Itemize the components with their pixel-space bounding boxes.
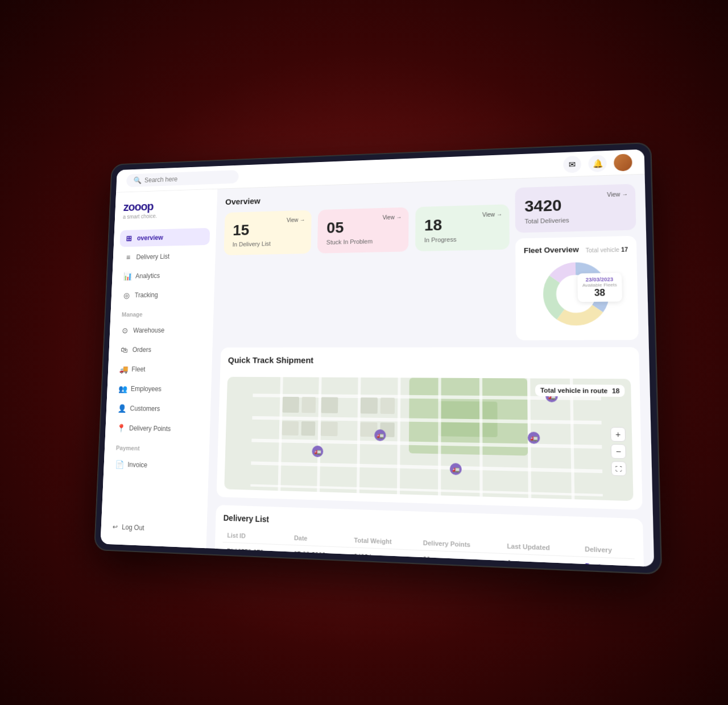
sidebar: zooop a smart choice. ⊞ overview ≡ Deliv… <box>101 189 218 548</box>
sidebar-item-delivery-points-label: Delivery Points <box>129 424 171 433</box>
view-delivery-list-btn[interactable]: View → <box>287 217 305 223</box>
cell-action[interactable]: Route <box>580 557 635 567</box>
logout-button[interactable]: ↩ Log Out <box>107 518 200 538</box>
stat-label-delivery: In Delivery List <box>233 239 303 247</box>
cell-id: DL12558-873 <box>222 542 289 562</box>
svg-rect-28 <box>380 397 395 414</box>
fleet-icon: 🚚 <box>119 365 128 374</box>
stat-card-delivery-list: View → 15 In Delivery List <box>224 210 312 256</box>
cell-date: 07-03-2023 <box>289 562 349 567</box>
sidebar-item-overview[interactable]: ⊞ overview <box>119 228 210 247</box>
logout-label: Log Out <box>122 523 144 532</box>
total-vehicle-count: 17 <box>621 246 628 252</box>
fleet-title: Fleet Overview <box>524 245 579 255</box>
delivery-points-icon: 📍 <box>117 424 125 433</box>
sidebar-item-orders-label: Orders <box>133 346 152 354</box>
sidebar-item-employees[interactable]: 👥 Employees <box>113 380 205 398</box>
sidebar-item-employees-label: Employees <box>131 385 162 393</box>
main-content: Overview View → 15 In Delivery List View… <box>206 175 654 567</box>
view-stuck-btn[interactable]: View → <box>383 214 402 221</box>
sidebar-item-invoice[interactable]: 📄 Invoice <box>110 455 202 475</box>
sidebar-item-overview-label: overview <box>137 234 163 242</box>
overview-title: Overview <box>225 188 509 206</box>
svg-rect-21 <box>282 397 299 413</box>
svg-rect-22 <box>301 397 316 413</box>
logout-icon: ↩ <box>113 523 118 531</box>
total-deliveries-card: View → 3420 Total Deliveries <box>515 184 636 233</box>
customers-icon: 👤 <box>118 404 126 413</box>
sidebar-item-delivery-points[interactable]: 📍 Delivery Points <box>111 419 204 438</box>
svg-text:🚛: 🚛 <box>377 432 384 439</box>
user-avatar[interactable] <box>614 154 632 171</box>
topbar-icons: ✉ 🔔 <box>563 154 632 173</box>
map-controls: + − ⛶ <box>610 427 626 476</box>
tracking-icon: ◎ <box>122 291 131 300</box>
svg-rect-23 <box>321 397 338 413</box>
payment-section-label: Payment <box>110 439 203 455</box>
total-deliveries-label: Total Deliveries <box>524 215 626 225</box>
zoom-out-btn[interactable]: − <box>611 444 626 459</box>
cell-id: DL12558-813 <box>222 559 289 567</box>
search-icon: 🔍 <box>133 176 142 184</box>
sidebar-item-customers-label: Customers <box>130 405 160 413</box>
orders-icon: 🛍 <box>120 346 129 354</box>
route-link[interactable]: Route <box>585 562 605 567</box>
fleet-tooltip-count: 38 <box>582 288 617 298</box>
sidebar-item-warehouse-label: Warehouse <box>133 326 164 334</box>
svg-rect-18 <box>479 378 483 497</box>
fleet-tooltip: 23/03/2023 Available Fleets 38 <box>577 273 622 302</box>
col-delivery: Delivery <box>580 541 635 559</box>
svg-rect-17 <box>438 378 441 496</box>
map-container: 🚛 🚛 🚛 🚛 🚛 Total vehicle i <box>224 377 633 501</box>
sidebar-item-analytics[interactable]: 📊 Analytics <box>118 266 209 285</box>
search-input[interactable] <box>144 173 231 184</box>
view-deliveries-btn[interactable]: View → <box>607 191 628 198</box>
zoom-in-btn[interactable]: + <box>610 427 626 442</box>
bell-icon[interactable]: 🔔 <box>588 155 606 172</box>
svg-rect-25 <box>301 421 316 436</box>
sidebar-item-analytics-label: Analytics <box>135 272 160 280</box>
search-box[interactable]: 🔍 <box>126 170 239 187</box>
vehicle-in-route-label: Total vehicle in route <box>540 387 607 394</box>
total-vehicle-label: Total vehicle <box>586 247 619 254</box>
sidebar-item-invoice-label: Invoice <box>127 461 147 469</box>
manage-section-label: Manage <box>117 305 208 320</box>
sidebar-item-tracking[interactable]: ◎ Tracking <box>117 285 208 304</box>
overview-icon: ⊞ <box>125 234 133 243</box>
sidebar-item-fleet[interactable]: 🚚 Fleet <box>114 360 205 378</box>
svg-rect-26 <box>321 422 338 437</box>
delivery-list-section: Delivery List List ID Date Total Weight … <box>212 505 646 567</box>
svg-rect-24 <box>282 421 299 436</box>
sidebar-item-orders[interactable]: 🛍 Orders <box>115 341 206 359</box>
sidebar-item-warehouse[interactable]: ⊙ Warehouse <box>115 321 207 339</box>
sidebar-item-delivery-list[interactable]: ≡ Delivery List <box>119 247 209 266</box>
svg-text:🚛: 🚛 <box>530 434 538 442</box>
warehouse-icon: ⊙ <box>121 326 129 335</box>
vehicle-in-route-badge: Total vehicle in route 18 <box>535 384 624 397</box>
map-header: Quick Track Shipment <box>228 355 630 373</box>
invoice-icon: 📄 <box>115 460 123 469</box>
vehicle-in-route-count: 18 <box>612 387 620 395</box>
cell-weight: 7000 kg <box>349 565 418 567</box>
employees-icon: 👥 <box>118 384 127 393</box>
map-section: Quick Track Shipment <box>216 347 642 510</box>
delivery-list-icon: ≡ <box>124 253 133 262</box>
stat-label-stuck: Stuck In Problem <box>326 237 399 246</box>
svg-text:🚛: 🚛 <box>452 466 460 473</box>
stat-card-stuck: View → 05 Stuck In Problem <box>317 207 408 253</box>
sidebar-item-fleet-label: Fleet <box>131 366 146 373</box>
mail-icon[interactable]: ✉ <box>563 155 581 173</box>
sidebar-item-customers[interactable]: 👤 Customers <box>112 400 204 418</box>
cell-weight: 6400 kg <box>349 548 419 567</box>
view-progress-btn[interactable]: View → <box>482 211 502 218</box>
svg-rect-27 <box>361 397 378 414</box>
svg-text:🚛: 🚛 <box>314 448 321 455</box>
cell-points: 20 <box>418 550 502 567</box>
fleet-tooltip-label: Available Fleets <box>582 282 617 288</box>
logo-area: zooop a smart choice. <box>121 198 211 220</box>
sidebar-item-tracking-label: Tracking <box>135 291 158 299</box>
fullscreen-btn[interactable]: ⛶ <box>611 461 626 476</box>
fleet-donut-chart: 23/03/2023 Available Fleets 38 <box>536 255 617 332</box>
map-title: Quick Track Shipment <box>228 355 314 365</box>
sidebar-item-delivery-list-label: Delivery List <box>136 253 169 261</box>
